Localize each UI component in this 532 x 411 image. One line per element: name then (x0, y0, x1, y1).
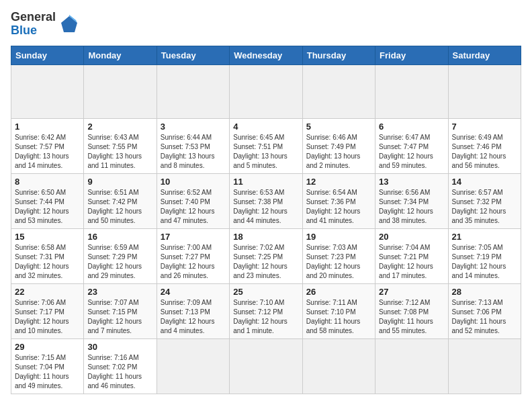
week-row-1 (11, 64, 521, 118)
day-info: Sunrise: 7:15 AM Sunset: 7:04 PM Dayligh… (15, 354, 69, 390)
day-number: 26 (306, 287, 371, 297)
day-info: Sunrise: 6:45 AM Sunset: 7:51 PM Dayligh… (233, 134, 287, 169)
header-row: SundayMondayTuesdayWednesdayThursdayFrid… (11, 46, 521, 64)
day-number: 15 (15, 232, 80, 242)
day-number: 28 (452, 287, 517, 297)
day-number: 5 (306, 122, 371, 132)
day-info: Sunrise: 6:59 AM Sunset: 7:29 PM Dayligh… (87, 244, 142, 279)
day-number: 7 (452, 122, 517, 132)
day-cell: 5Sunrise: 6:46 AM Sunset: 7:49 PM Daylig… (302, 118, 375, 173)
col-header-tuesday: Tuesday (157, 46, 229, 64)
day-cell: 16Sunrise: 6:59 AM Sunset: 7:29 PM Dayli… (84, 228, 157, 283)
day-info: Sunrise: 6:58 AM Sunset: 7:31 PM Dayligh… (15, 244, 69, 279)
day-number: 17 (161, 232, 226, 242)
day-cell: 21Sunrise: 7:05 AM Sunset: 7:19 PM Dayli… (448, 228, 521, 283)
day-cell: 3Sunrise: 6:44 AM Sunset: 7:53 PM Daylig… (157, 118, 229, 173)
calendar-table: SundayMondayTuesdayWednesdayThursdayFrid… (11, 46, 521, 394)
day-cell: 30Sunrise: 7:16 AM Sunset: 7:02 PM Dayli… (84, 338, 157, 394)
logo-blue: Blue (11, 24, 37, 37)
day-cell (375, 338, 448, 394)
day-info: Sunrise: 7:13 AM Sunset: 7:06 PM Dayligh… (452, 299, 506, 334)
day-number: 25 (233, 287, 298, 297)
day-number: 8 (15, 177, 80, 187)
day-info: Sunrise: 6:56 AM Sunset: 7:34 PM Dayligh… (379, 189, 433, 224)
day-cell: 14Sunrise: 6:57 AM Sunset: 7:32 PM Dayli… (448, 173, 521, 228)
day-number: 10 (161, 177, 226, 187)
day-cell (11, 64, 84, 118)
day-info: Sunrise: 7:05 AM Sunset: 7:19 PM Dayligh… (452, 244, 506, 279)
day-cell (448, 338, 521, 394)
day-info: Sunrise: 6:46 AM Sunset: 7:49 PM Dayligh… (306, 134, 361, 169)
day-info: Sunrise: 6:57 AM Sunset: 7:32 PM Dayligh… (452, 189, 506, 224)
day-number: 3 (161, 122, 226, 132)
logo-general: General (11, 10, 56, 24)
week-row-4: 15Sunrise: 6:58 AM Sunset: 7:31 PM Dayli… (11, 228, 521, 283)
day-info: Sunrise: 7:11 AM Sunset: 7:10 PM Dayligh… (306, 299, 361, 334)
day-cell (448, 64, 521, 118)
col-header-thursday: Thursday (302, 46, 375, 64)
day-number: 2 (87, 122, 152, 132)
day-cell: 22Sunrise: 7:06 AM Sunset: 7:17 PM Dayli… (11, 283, 84, 338)
day-cell: 28Sunrise: 7:13 AM Sunset: 7:06 PM Dayli… (448, 283, 521, 338)
col-header-friday: Friday (375, 46, 448, 64)
day-info: Sunrise: 6:50 AM Sunset: 7:44 PM Dayligh… (15, 189, 69, 224)
day-info: Sunrise: 7:03 AM Sunset: 7:23 PM Dayligh… (306, 244, 361, 279)
col-header-saturday: Saturday (448, 46, 521, 64)
day-number: 1 (15, 122, 80, 132)
day-info: Sunrise: 6:42 AM Sunset: 7:57 PM Dayligh… (15, 134, 69, 169)
day-number: 11 (233, 177, 298, 187)
day-number: 6 (379, 122, 444, 132)
col-header-sunday: Sunday (11, 46, 84, 64)
day-cell (302, 64, 375, 118)
day-info: Sunrise: 6:49 AM Sunset: 7:46 PM Dayligh… (452, 134, 506, 169)
day-number: 20 (379, 232, 444, 242)
day-cell: 9Sunrise: 6:51 AM Sunset: 7:42 PM Daylig… (84, 173, 157, 228)
day-number: 27 (379, 287, 444, 297)
day-info: Sunrise: 7:16 AM Sunset: 7:02 PM Dayligh… (87, 354, 142, 390)
day-cell: 15Sunrise: 6:58 AM Sunset: 7:31 PM Dayli… (11, 228, 84, 283)
day-number: 19 (306, 232, 371, 242)
day-cell (84, 64, 157, 118)
day-cell: 13Sunrise: 6:56 AM Sunset: 7:34 PM Dayli… (375, 173, 448, 228)
day-number: 18 (233, 232, 298, 242)
day-cell: 8Sunrise: 6:50 AM Sunset: 7:44 PM Daylig… (11, 173, 84, 228)
svg-marker-0 (61, 16, 77, 32)
logo-icon (58, 13, 80, 35)
day-number: 4 (233, 122, 298, 132)
day-cell: 26Sunrise: 7:11 AM Sunset: 7:10 PM Dayli… (302, 283, 375, 338)
day-info: Sunrise: 7:02 AM Sunset: 7:25 PM Dayligh… (233, 244, 287, 279)
day-cell: 7Sunrise: 6:49 AM Sunset: 7:46 PM Daylig… (448, 118, 521, 173)
day-info: Sunrise: 7:10 AM Sunset: 7:12 PM Dayligh… (233, 299, 287, 334)
day-cell: 19Sunrise: 7:03 AM Sunset: 7:23 PM Dayli… (302, 228, 375, 283)
day-info: Sunrise: 6:43 AM Sunset: 7:55 PM Dayligh… (87, 134, 142, 169)
day-cell: 2Sunrise: 6:43 AM Sunset: 7:55 PM Daylig… (84, 118, 157, 173)
col-header-monday: Monday (84, 46, 157, 64)
logo: General Blue (11, 11, 80, 38)
day-cell: 18Sunrise: 7:02 AM Sunset: 7:25 PM Dayli… (230, 228, 302, 283)
day-info: Sunrise: 7:09 AM Sunset: 7:13 PM Dayligh… (161, 299, 215, 334)
day-cell (157, 338, 229, 394)
week-row-2: 1Sunrise: 6:42 AM Sunset: 7:57 PM Daylig… (11, 118, 521, 173)
day-info: Sunrise: 6:51 AM Sunset: 7:42 PM Dayligh… (87, 189, 142, 224)
day-cell: 10Sunrise: 6:52 AM Sunset: 7:40 PM Dayli… (157, 173, 229, 228)
day-number: 21 (452, 232, 517, 242)
day-number: 16 (87, 232, 152, 242)
day-cell (230, 338, 302, 394)
day-cell (230, 64, 302, 118)
day-cell: 23Sunrise: 7:07 AM Sunset: 7:15 PM Dayli… (84, 283, 157, 338)
day-number: 23 (87, 287, 152, 297)
day-info: Sunrise: 7:12 AM Sunset: 7:08 PM Dayligh… (379, 299, 433, 334)
day-cell: 12Sunrise: 6:54 AM Sunset: 7:36 PM Dayli… (302, 173, 375, 228)
day-cell: 29Sunrise: 7:15 AM Sunset: 7:04 PM Dayli… (11, 338, 84, 394)
day-info: Sunrise: 6:47 AM Sunset: 7:47 PM Dayligh… (379, 134, 433, 169)
day-number: 9 (87, 177, 152, 187)
day-cell: 1Sunrise: 6:42 AM Sunset: 7:57 PM Daylig… (11, 118, 84, 173)
day-number: 13 (379, 177, 444, 187)
week-row-3: 8Sunrise: 6:50 AM Sunset: 7:44 PM Daylig… (11, 173, 521, 228)
day-cell: 17Sunrise: 7:00 AM Sunset: 7:27 PM Dayli… (157, 228, 229, 283)
day-cell: 6Sunrise: 6:47 AM Sunset: 7:47 PM Daylig… (375, 118, 448, 173)
day-cell (157, 64, 229, 118)
day-info: Sunrise: 7:00 AM Sunset: 7:27 PM Dayligh… (161, 244, 215, 279)
day-number: 30 (87, 342, 152, 352)
week-row-5: 22Sunrise: 7:06 AM Sunset: 7:17 PM Dayli… (11, 283, 521, 338)
